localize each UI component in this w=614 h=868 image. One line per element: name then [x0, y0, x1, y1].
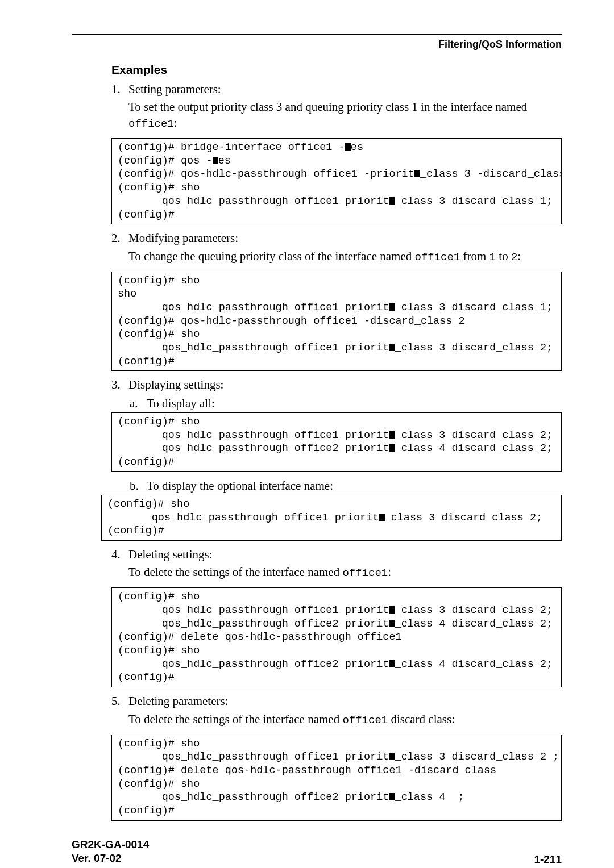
item-title: Displaying settings: [128, 377, 223, 393]
block-icon [389, 753, 395, 760]
block-icon [389, 606, 395, 614]
block-icon [213, 157, 218, 164]
code-block: (config)# bridge-interface office1 -es (… [111, 138, 562, 224]
running-head: Filtering/QoS Information [72, 39, 562, 51]
sub-item: b. To display the optional interface nam… [130, 478, 562, 494]
footer-doc-id: GR2K-GA-0014 [72, 838, 149, 852]
list-item: 2. Modifying parameters: [111, 230, 562, 246]
block-icon [389, 660, 395, 667]
header-rule [72, 34, 562, 35]
footer-page-number: 1-211 [534, 853, 562, 866]
block-icon [414, 170, 420, 178]
item-para: To set the output priority class 3 and q… [128, 99, 562, 131]
item-number: 2. [111, 230, 128, 246]
item-title: Setting parameters: [128, 81, 221, 97]
code-block: (config)# sho qos_hdlc_passthrough offic… [111, 735, 562, 821]
list-item: 5. Deleting parameters: [111, 693, 562, 709]
item-number: 1. [111, 81, 128, 97]
block-icon [389, 344, 395, 351]
item-para: To change the queuing priority class of … [128, 249, 562, 265]
item-title: Deleting settings: [128, 546, 213, 562]
list-item: 3. Displaying settings: [111, 377, 562, 393]
list-item: 1. Setting parameters: [111, 81, 562, 97]
content-area: Examples 1. Setting parameters: To set t… [72, 63, 562, 827]
block-icon [389, 793, 395, 800]
subitem-letter: a. [130, 395, 147, 411]
page-footer: GR2K-GA-0014 Ver. 07-02 1-211 [72, 838, 562, 866]
footer-version: Ver. 07-02 [72, 852, 149, 866]
item-number: 3. [111, 377, 128, 393]
item-para: To delete the settings of the interface … [128, 712, 562, 728]
item-title: Deleting parameters: [128, 693, 229, 709]
sub-item: a. To display all: [130, 395, 562, 411]
block-icon [389, 620, 395, 627]
subitem-text: To display the optional interface name: [147, 478, 333, 494]
block-icon [389, 444, 395, 452]
list-item: 4. Deleting settings: [111, 546, 562, 562]
item-title: Modifying parameters: [128, 230, 238, 246]
subitem-letter: b. [130, 478, 147, 494]
block-icon [379, 514, 384, 521]
code-block: (config)# sho qos_hdlc_passthrough offic… [101, 495, 562, 541]
block-icon [389, 431, 395, 439]
item-number: 4. [111, 546, 128, 562]
block-icon [389, 197, 395, 205]
item-number: 5. [111, 693, 128, 709]
item-para: To delete the settings of the interface … [128, 565, 562, 581]
block-icon [389, 303, 395, 311]
subitem-text: To display all: [147, 395, 215, 411]
code-block: (config)# sho qos_hdlc_passthrough offic… [111, 412, 562, 472]
examples-heading: Examples [111, 63, 562, 77]
code-block: (config)# sho sho qos_hdlc_passthrough o… [111, 272, 562, 372]
block-icon [345, 143, 351, 151]
code-block: (config)# sho qos_hdlc_passthrough offic… [111, 587, 562, 687]
